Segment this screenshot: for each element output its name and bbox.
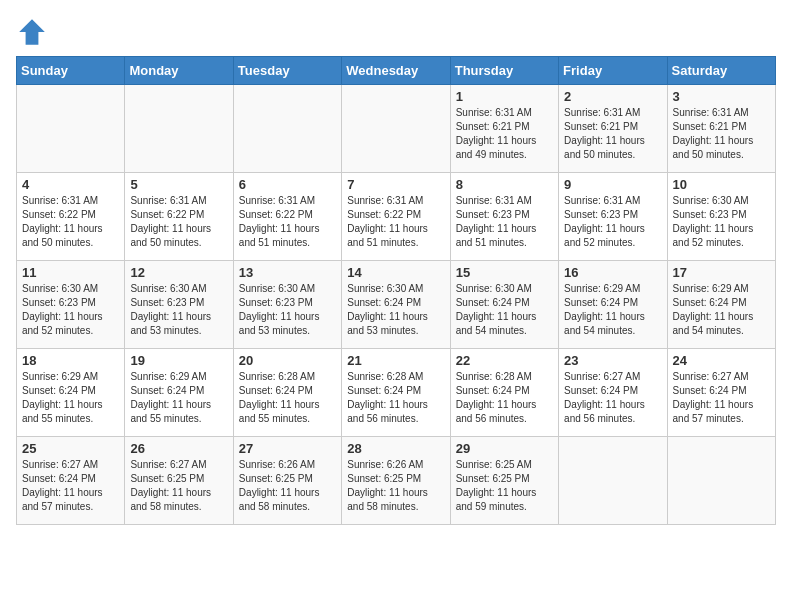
day-number: 1 (456, 89, 553, 104)
calendar-cell: 2Sunrise: 6:31 AM Sunset: 6:21 PM Daylig… (559, 85, 667, 173)
day-info: Sunrise: 6:31 AM Sunset: 6:23 PM Dayligh… (456, 194, 553, 250)
calendar-cell: 20Sunrise: 6:28 AM Sunset: 6:24 PM Dayli… (233, 349, 341, 437)
calendar-cell: 1Sunrise: 6:31 AM Sunset: 6:21 PM Daylig… (450, 85, 558, 173)
calendar-cell (342, 85, 450, 173)
calendar-week-4: 18Sunrise: 6:29 AM Sunset: 6:24 PM Dayli… (17, 349, 776, 437)
calendar-cell (233, 85, 341, 173)
day-number: 2 (564, 89, 661, 104)
weekday-header-friday: Friday (559, 57, 667, 85)
calendar-week-1: 1Sunrise: 6:31 AM Sunset: 6:21 PM Daylig… (17, 85, 776, 173)
day-info: Sunrise: 6:30 AM Sunset: 6:23 PM Dayligh… (130, 282, 227, 338)
day-number: 13 (239, 265, 336, 280)
day-number: 26 (130, 441, 227, 456)
calendar-cell: 12Sunrise: 6:30 AM Sunset: 6:23 PM Dayli… (125, 261, 233, 349)
day-info: Sunrise: 6:27 AM Sunset: 6:25 PM Dayligh… (130, 458, 227, 514)
calendar-week-3: 11Sunrise: 6:30 AM Sunset: 6:23 PM Dayli… (17, 261, 776, 349)
calendar-cell: 15Sunrise: 6:30 AM Sunset: 6:24 PM Dayli… (450, 261, 558, 349)
day-number: 4 (22, 177, 119, 192)
day-number: 20 (239, 353, 336, 368)
day-info: Sunrise: 6:26 AM Sunset: 6:25 PM Dayligh… (239, 458, 336, 514)
day-info: Sunrise: 6:29 AM Sunset: 6:24 PM Dayligh… (130, 370, 227, 426)
calendar-cell: 6Sunrise: 6:31 AM Sunset: 6:22 PM Daylig… (233, 173, 341, 261)
day-info: Sunrise: 6:31 AM Sunset: 6:21 PM Dayligh… (564, 106, 661, 162)
day-number: 8 (456, 177, 553, 192)
day-number: 25 (22, 441, 119, 456)
day-number: 18 (22, 353, 119, 368)
day-number: 5 (130, 177, 227, 192)
day-number: 16 (564, 265, 661, 280)
calendar-cell (559, 437, 667, 525)
logo (16, 16, 52, 48)
day-number: 27 (239, 441, 336, 456)
calendar-cell: 19Sunrise: 6:29 AM Sunset: 6:24 PM Dayli… (125, 349, 233, 437)
day-number: 11 (22, 265, 119, 280)
weekday-header-wednesday: Wednesday (342, 57, 450, 85)
day-info: Sunrise: 6:28 AM Sunset: 6:24 PM Dayligh… (239, 370, 336, 426)
day-number: 12 (130, 265, 227, 280)
day-number: 29 (456, 441, 553, 456)
weekday-header-sunday: Sunday (17, 57, 125, 85)
day-info: Sunrise: 6:29 AM Sunset: 6:24 PM Dayligh… (673, 282, 770, 338)
day-info: Sunrise: 6:31 AM Sunset: 6:21 PM Dayligh… (456, 106, 553, 162)
day-number: 17 (673, 265, 770, 280)
day-info: Sunrise: 6:29 AM Sunset: 6:24 PM Dayligh… (22, 370, 119, 426)
calendar-cell: 3Sunrise: 6:31 AM Sunset: 6:21 PM Daylig… (667, 85, 775, 173)
calendar-cell: 23Sunrise: 6:27 AM Sunset: 6:24 PM Dayli… (559, 349, 667, 437)
day-number: 23 (564, 353, 661, 368)
calendar-cell: 14Sunrise: 6:30 AM Sunset: 6:24 PM Dayli… (342, 261, 450, 349)
day-info: Sunrise: 6:28 AM Sunset: 6:24 PM Dayligh… (456, 370, 553, 426)
calendar-cell (125, 85, 233, 173)
day-number: 22 (456, 353, 553, 368)
day-number: 6 (239, 177, 336, 192)
day-info: Sunrise: 6:27 AM Sunset: 6:24 PM Dayligh… (673, 370, 770, 426)
svg-marker-0 (19, 19, 45, 45)
calendar-cell: 7Sunrise: 6:31 AM Sunset: 6:22 PM Daylig… (342, 173, 450, 261)
logo-icon (16, 16, 48, 48)
day-number: 9 (564, 177, 661, 192)
calendar-cell: 29Sunrise: 6:25 AM Sunset: 6:25 PM Dayli… (450, 437, 558, 525)
page-header (16, 16, 776, 48)
calendar-cell: 25Sunrise: 6:27 AM Sunset: 6:24 PM Dayli… (17, 437, 125, 525)
day-info: Sunrise: 6:30 AM Sunset: 6:24 PM Dayligh… (347, 282, 444, 338)
calendar-cell (17, 85, 125, 173)
calendar-cell: 24Sunrise: 6:27 AM Sunset: 6:24 PM Dayli… (667, 349, 775, 437)
calendar-cell: 28Sunrise: 6:26 AM Sunset: 6:25 PM Dayli… (342, 437, 450, 525)
weekday-header-row: SundayMondayTuesdayWednesdayThursdayFrid… (17, 57, 776, 85)
day-number: 28 (347, 441, 444, 456)
calendar-cell (667, 437, 775, 525)
calendar-cell: 9Sunrise: 6:31 AM Sunset: 6:23 PM Daylig… (559, 173, 667, 261)
day-info: Sunrise: 6:31 AM Sunset: 6:22 PM Dayligh… (347, 194, 444, 250)
day-number: 21 (347, 353, 444, 368)
calendar-table: SundayMondayTuesdayWednesdayThursdayFrid… (16, 56, 776, 525)
calendar-cell: 26Sunrise: 6:27 AM Sunset: 6:25 PM Dayli… (125, 437, 233, 525)
day-info: Sunrise: 6:31 AM Sunset: 6:23 PM Dayligh… (564, 194, 661, 250)
calendar-cell: 17Sunrise: 6:29 AM Sunset: 6:24 PM Dayli… (667, 261, 775, 349)
calendar-cell: 18Sunrise: 6:29 AM Sunset: 6:24 PM Dayli… (17, 349, 125, 437)
day-number: 10 (673, 177, 770, 192)
day-info: Sunrise: 6:29 AM Sunset: 6:24 PM Dayligh… (564, 282, 661, 338)
calendar-cell: 10Sunrise: 6:30 AM Sunset: 6:23 PM Dayli… (667, 173, 775, 261)
day-info: Sunrise: 6:27 AM Sunset: 6:24 PM Dayligh… (22, 458, 119, 514)
calendar-cell: 27Sunrise: 6:26 AM Sunset: 6:25 PM Dayli… (233, 437, 341, 525)
calendar-cell: 8Sunrise: 6:31 AM Sunset: 6:23 PM Daylig… (450, 173, 558, 261)
day-info: Sunrise: 6:30 AM Sunset: 6:24 PM Dayligh… (456, 282, 553, 338)
day-info: Sunrise: 6:30 AM Sunset: 6:23 PM Dayligh… (673, 194, 770, 250)
day-info: Sunrise: 6:27 AM Sunset: 6:24 PM Dayligh… (564, 370, 661, 426)
calendar-cell: 21Sunrise: 6:28 AM Sunset: 6:24 PM Dayli… (342, 349, 450, 437)
weekday-header-tuesday: Tuesday (233, 57, 341, 85)
day-info: Sunrise: 6:26 AM Sunset: 6:25 PM Dayligh… (347, 458, 444, 514)
calendar-cell: 22Sunrise: 6:28 AM Sunset: 6:24 PM Dayli… (450, 349, 558, 437)
calendar-cell: 13Sunrise: 6:30 AM Sunset: 6:23 PM Dayli… (233, 261, 341, 349)
weekday-header-monday: Monday (125, 57, 233, 85)
calendar-week-2: 4Sunrise: 6:31 AM Sunset: 6:22 PM Daylig… (17, 173, 776, 261)
day-info: Sunrise: 6:28 AM Sunset: 6:24 PM Dayligh… (347, 370, 444, 426)
day-number: 15 (456, 265, 553, 280)
day-info: Sunrise: 6:31 AM Sunset: 6:22 PM Dayligh… (130, 194, 227, 250)
day-info: Sunrise: 6:31 AM Sunset: 6:22 PM Dayligh… (239, 194, 336, 250)
weekday-header-saturday: Saturday (667, 57, 775, 85)
day-info: Sunrise: 6:25 AM Sunset: 6:25 PM Dayligh… (456, 458, 553, 514)
calendar-cell: 16Sunrise: 6:29 AM Sunset: 6:24 PM Dayli… (559, 261, 667, 349)
day-number: 14 (347, 265, 444, 280)
calendar-cell: 4Sunrise: 6:31 AM Sunset: 6:22 PM Daylig… (17, 173, 125, 261)
day-info: Sunrise: 6:31 AM Sunset: 6:21 PM Dayligh… (673, 106, 770, 162)
